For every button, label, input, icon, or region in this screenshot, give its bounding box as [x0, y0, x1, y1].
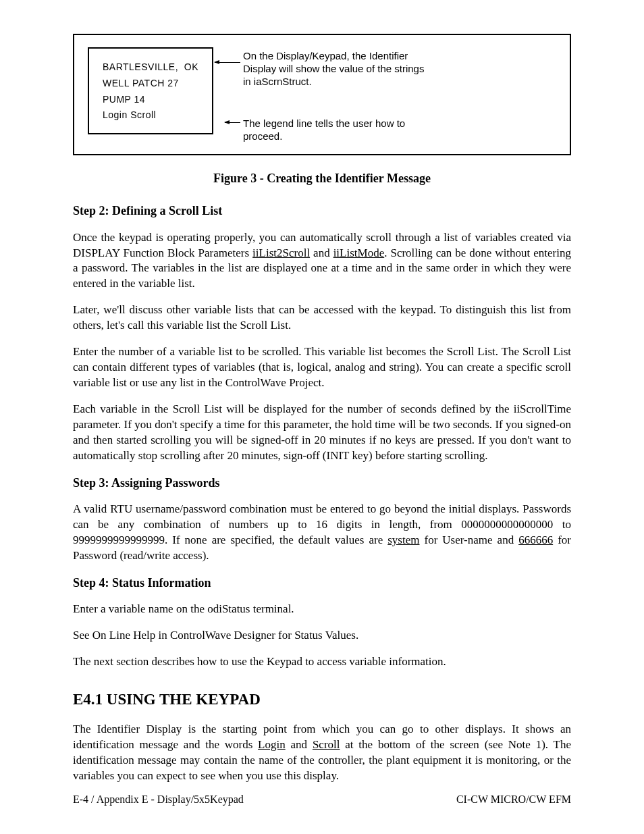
step4-paragraph-3: The next section describes how to use th…: [73, 654, 571, 670]
callout-identifier-display: On the Display/Keypad, the Identifier Di…: [243, 50, 432, 88]
footer-left: E-4 / Appendix E - Display/5x5Keypad: [73, 792, 244, 807]
step2-paragraph-1: Once the keypad is operating properly, y…: [73, 230, 571, 292]
step2-paragraph-3: Enter the number of a variable list to b…: [73, 344, 571, 391]
display-line1-right: OK: [184, 59, 198, 76]
step2-paragraph-4: Each variable in the Scroll List will be…: [73, 402, 571, 464]
arrow-icon: [225, 122, 240, 123]
display-line4: Login Scroll: [103, 107, 198, 124]
display-line3: PUMP 14: [103, 92, 198, 108]
step4-heading: Step 4: Status Information: [73, 575, 571, 591]
step4-paragraph-1: Enter a variable name on the odiStatus t…: [73, 602, 571, 617]
display-line2: WELL PATCH 27: [103, 76, 198, 92]
page-footer: E-4 / Appendix E - Display/5x5Keypad CI-…: [73, 792, 571, 807]
callout-legend-line: The legend line tells the user how to pr…: [243, 118, 432, 143]
arrow-icon: [215, 62, 240, 63]
param-iilistmode: iiListMode: [333, 246, 385, 259]
step4-paragraph-2: See On Line Help in ControlWave Designer…: [73, 628, 571, 644]
section-e41-paragraph-1: The Identifier Display is the starting p…: [73, 722, 571, 784]
display-line1-left: BARTLESVILLE,: [103, 59, 178, 76]
step2-paragraph-2: Later, we'll discuss other variable list…: [73, 303, 571, 334]
param-iilist2scroll: iiList2Scroll: [252, 246, 310, 259]
step2-heading: Step 2: Defining a Scroll List: [73, 203, 571, 219]
keyword-scroll: Scroll: [313, 738, 340, 751]
display-keypad-mockup: BARTLESVILLE, OK WELL PATCH 27 PUMP 14 L…: [88, 47, 213, 134]
figure-caption: Figure 3 - Creating the Identifier Messa…: [73, 170, 571, 186]
section-e41-heading: E4.1 USING THE KEYPAD: [73, 689, 571, 710]
footer-right: CI-CW MICRO/CW EFM: [456, 792, 571, 807]
default-username: system: [387, 533, 419, 546]
step3-paragraph-1: A valid RTU username/password combinatio…: [73, 502, 571, 564]
keyword-login: Login: [258, 738, 286, 751]
figure-container: BARTLESVILLE, OK WELL PATCH 27 PUMP 14 L…: [73, 34, 571, 155]
step3-heading: Step 3: Assigning Passwords: [73, 475, 571, 491]
default-password: 666666: [518, 533, 553, 546]
